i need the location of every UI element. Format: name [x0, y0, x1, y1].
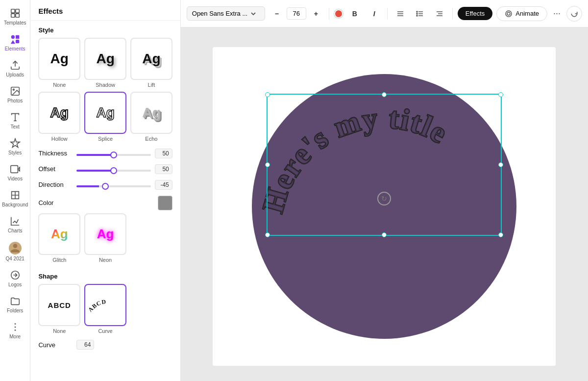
svg-point-25	[416, 15, 417, 16]
style-lift[interactable]: Ag Lift	[130, 38, 172, 88]
color-swatch[interactable]	[158, 196, 172, 210]
curve-control: Curve 64	[30, 338, 180, 356]
style-echo[interactable]: Ag Echo	[130, 92, 172, 142]
font-size-control: − +	[269, 6, 324, 22]
sidebar-item-elements[interactable]: Elements	[0, 30, 30, 56]
font-size-plus[interactable]: +	[308, 6, 324, 22]
canvas-frame[interactable]: Here's my title Here's my title	[213, 47, 556, 366]
shape-curve-card[interactable]: ABCD	[84, 284, 126, 326]
list-button[interactable]	[412, 6, 428, 22]
offset-slider-wrap	[76, 165, 150, 174]
style-splice-card[interactable]: Ag	[84, 92, 126, 134]
canvas-content: Here's my title Here's my title	[181, 27, 588, 381]
refresh-button[interactable]	[566, 6, 582, 22]
style-hollow[interactable]: Ag Hollow	[38, 92, 80, 142]
animate-button[interactable]: Animate	[496, 6, 547, 21]
shape-section-title: Shape	[30, 267, 180, 284]
extra-effects-grid: Ag Glitch Ag Neon	[30, 213, 180, 267]
sidebar-item-folders[interactable]: Folders	[0, 292, 30, 318]
font-selector[interactable]: Open Sans Extra ...	[187, 6, 265, 21]
thickness-value: 50	[155, 149, 172, 158]
style-glitch[interactable]: Ag Glitch	[38, 213, 80, 263]
handle-bottom-middle[interactable]	[382, 232, 387, 237]
rotate-handle[interactable]: ↻	[377, 192, 391, 205]
font-size-input[interactable]	[287, 7, 306, 20]
svg-text:ABCD: ABCD	[88, 298, 107, 313]
shape-none-card[interactable]: ABCD	[38, 284, 80, 326]
svg-point-24	[416, 13, 417, 14]
style-none-card[interactable]: Ag	[38, 38, 80, 80]
svg-rect-5	[16, 35, 19, 39]
color-label: Color	[38, 199, 73, 206]
bold-button[interactable]: B	[347, 6, 363, 22]
style-hollow-card[interactable]: Ag	[38, 92, 80, 134]
style-shadow[interactable]: Ag Shadow	[84, 38, 126, 88]
italic-button[interactable]: I	[367, 6, 382, 22]
sidebar-item-videos[interactable]: Videos	[0, 160, 30, 186]
svg-point-14	[14, 327, 16, 328]
style-glitch-card[interactable]: Ag	[38, 213, 80, 255]
sidebar-item-more[interactable]: More	[0, 318, 30, 344]
direction-slider-wrap	[76, 180, 150, 189]
handle-top-left[interactable]	[265, 92, 270, 97]
style-neon[interactable]: Ag Neon	[84, 213, 126, 263]
style-shadow-card[interactable]: Ag	[84, 38, 126, 80]
svg-point-9	[13, 89, 14, 90]
style-none[interactable]: Ag None	[38, 38, 80, 88]
direction-value: -45	[155, 180, 172, 190]
svg-point-13	[14, 323, 16, 325]
icon-sidebar: Templates Elements Uploads Photos Text S…	[0, 0, 30, 381]
sidebar-item-background[interactable]: Background	[0, 186, 30, 212]
sidebar-item-logos[interactable]: Logos	[0, 266, 30, 292]
svg-rect-0	[11, 9, 14, 13]
handle-top-right[interactable]	[498, 92, 503, 97]
svg-point-23	[416, 11, 417, 12]
handle-top-middle[interactable]	[382, 92, 387, 97]
shape-curve[interactable]: ABCD Curve	[84, 284, 126, 334]
style-neon-card[interactable]: Ag	[84, 213, 126, 255]
canvas-area: Open Sans Extra ... − + B I Effects Anim…	[181, 0, 588, 381]
top-toolbar: Open Sans Extra ... − + B I Effects Anim…	[181, 0, 588, 27]
circle-shape[interactable]: Here's my title Here's my title	[252, 74, 516, 339]
svg-text:Here's my title: Here's my title	[256, 101, 454, 216]
offset-label: Offset	[38, 165, 73, 173]
handle-bottom-right[interactable]	[498, 232, 503, 237]
sidebar-item-templates[interactable]: Templates	[0, 4, 30, 30]
thickness-slider[interactable]	[76, 154, 150, 156]
handle-middle-right[interactable]	[498, 162, 503, 167]
svg-rect-1	[16, 9, 19, 13]
handle-bottom-left[interactable]	[265, 232, 270, 237]
divider-2	[387, 8, 388, 20]
sidebar-item-text[interactable]: Text	[0, 108, 30, 134]
effects-button[interactable]: Effects	[458, 7, 493, 20]
svg-rect-10	[11, 166, 18, 173]
more-options-button[interactable]: ···	[551, 6, 563, 21]
style-grid: Ag None Ag Shadow Ag Lift Ag Hollow Ag	[30, 38, 180, 146]
text-color-picker[interactable]	[334, 9, 343, 18]
svg-point-29	[506, 11, 512, 17]
effects-panel: Effects Style Ag None Ag Shadow Ag Lift …	[30, 0, 180, 381]
sidebar-item-uploads[interactable]: Uploads	[0, 56, 30, 82]
direction-slider[interactable]	[76, 185, 150, 187]
style-splice[interactable]: Ag Splice	[84, 92, 126, 142]
svg-point-4	[11, 35, 14, 39]
offset-control: Offset 50	[30, 161, 180, 177]
handle-middle-left[interactable]	[265, 162, 270, 167]
sidebar-item-styles[interactable]: Styles	[0, 134, 30, 160]
font-size-minus[interactable]: −	[269, 6, 285, 22]
style-section-title: Style	[30, 21, 180, 38]
effects-panel-header: Effects	[30, 0, 180, 21]
sidebar-item-photos[interactable]: Photos	[0, 82, 30, 108]
indent-button[interactable]	[432, 6, 447, 22]
thickness-label: Thickness	[38, 150, 73, 157]
svg-rect-7	[16, 40, 19, 43]
offset-slider[interactable]	[76, 170, 150, 172]
sidebar-item-charts[interactable]: Charts	[0, 212, 30, 238]
thickness-slider-wrap	[76, 149, 150, 158]
align-button[interactable]	[392, 6, 408, 22]
style-lift-card[interactable]: Ag	[130, 38, 172, 80]
sidebar-item-q4[interactable]: Q4 2021	[0, 238, 30, 266]
style-echo-card[interactable]: Ag	[130, 92, 172, 134]
shape-none[interactable]: ABCD None	[38, 284, 80, 334]
direction-label: Direction	[38, 181, 73, 188]
